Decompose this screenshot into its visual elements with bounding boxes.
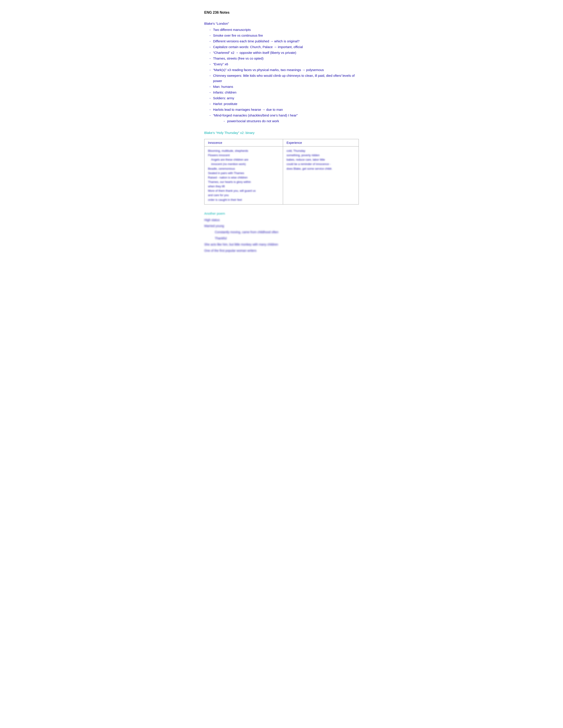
list-item: Two different manuscripts	[209, 27, 359, 32]
col1-header: Innocence	[204, 139, 283, 146]
list-item: “Every” x6	[209, 62, 359, 67]
holy-thursday-table-section: Innocence Experience Blooming, multitude…	[204, 139, 359, 205]
london-heading: Blake's “London”	[204, 22, 359, 25]
list-item: Different versions each time published →…	[209, 39, 359, 44]
list-item: Harlot: prostitute	[209, 101, 359, 107]
bottom-section: Another poem High status Married young C…	[204, 212, 359, 253]
list-item: Infants: children	[209, 90, 359, 95]
list-item sub-item: power/social structures do not work	[215, 118, 359, 124]
list-item: Smoke over fire vs continuous fire	[209, 33, 359, 38]
list-item: Thames, streets (free vs co opted)	[209, 56, 359, 61]
list-item: “Chartered” x2 → opposite within itself …	[209, 50, 359, 55]
list-item: Man: humans	[209, 84, 359, 89]
col1-content: Blooming, multitude, shepherds Flowers i…	[204, 146, 283, 205]
list-item: Harlots lead to marriages hearse → due t…	[209, 107, 359, 112]
list-item: Chimney sweepers: little kids who would …	[209, 73, 359, 84]
list-item: “Mind-forged manacles (shackles/bind one…	[209, 113, 359, 118]
list-item: “Mark(s)” x3 reading faces vs physical m…	[209, 67, 359, 73]
col2-header: Experience	[283, 139, 359, 146]
page-title: ENG 236 Notes	[204, 11, 359, 15]
bottom-heading: Another poem	[204, 212, 359, 215]
col2-content: cold, Thursday something, poverty ridden…	[283, 146, 359, 205]
list-item: Soldiers: army	[209, 96, 359, 101]
london-notes-list: Two different manuscripts Smoke over fir…	[204, 27, 359, 124]
holy-thursday-heading: Blake’s “Holy Thursday” x2: binary	[204, 131, 359, 135]
bottom-content: High status Married young Constantly mov…	[204, 218, 359, 253]
holy-thursday-table: Innocence Experience Blooming, multitude…	[204, 139, 359, 205]
list-item: Capitalize certain words: Church, Palace…	[209, 44, 359, 50]
